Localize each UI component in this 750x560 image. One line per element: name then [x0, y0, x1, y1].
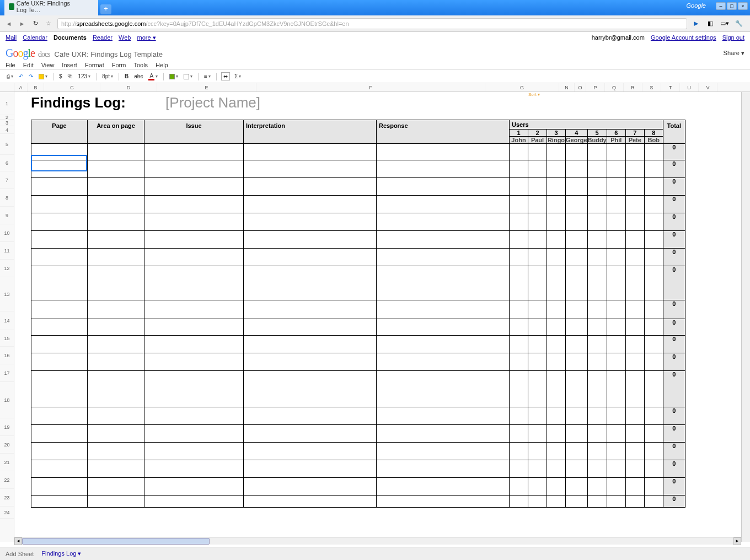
user-cell[interactable]	[528, 407, 547, 425]
cell[interactable]	[244, 231, 377, 249]
user-cell[interactable]	[644, 160, 663, 178]
user-cell[interactable]	[510, 249, 528, 266]
google-docs-logo[interactable]: Google docs	[6, 47, 50, 60]
user-cell[interactable]	[587, 231, 607, 249]
cell[interactable]	[31, 249, 88, 266]
user-cell[interactable]	[528, 249, 547, 266]
cell[interactable]	[377, 353, 510, 371]
cell[interactable]	[144, 478, 244, 496]
user-cell[interactable]	[547, 336, 566, 353]
user-cell[interactable]	[625, 319, 644, 336]
cell[interactable]	[244, 213, 377, 231]
user-cell[interactable]	[587, 196, 607, 213]
col-header-E[interactable]: E	[157, 83, 256, 91]
cell[interactable]	[88, 371, 144, 407]
user-cell[interactable]	[566, 196, 588, 213]
cell[interactable]	[377, 178, 510, 196]
new-tab-button[interactable]: +	[100, 4, 111, 14]
scroll-left-button[interactable]: ◄	[14, 537, 22, 545]
row-header-1[interactable]: 1	[0, 92, 14, 115]
user-cell[interactable]	[644, 407, 663, 425]
cell[interactable]	[31, 178, 88, 196]
number-format-button[interactable]: 123▾	[77, 73, 92, 80]
cell[interactable]	[144, 319, 244, 336]
user-cell[interactable]	[625, 371, 644, 407]
sign-out-link[interactable]: Sign out	[722, 34, 744, 41]
user-cell[interactable]	[510, 371, 528, 407]
border-button[interactable]: ▾	[183, 73, 194, 80]
cell[interactable]	[88, 460, 144, 478]
cell[interactable]	[144, 336, 244, 353]
user-cell[interactable]	[625, 160, 644, 178]
user-cell[interactable]	[510, 407, 528, 425]
redo-button[interactable]: ↷	[28, 73, 34, 80]
user-cell[interactable]	[547, 144, 566, 160]
row-header-5[interactable]: 5	[0, 134, 14, 155]
close-button[interactable]: ×	[738, 2, 748, 10]
user-cell[interactable]	[510, 319, 528, 336]
cell[interactable]	[88, 496, 144, 508]
cell[interactable]	[377, 478, 510, 496]
col-response[interactable]: Response	[377, 120, 510, 144]
menu-tools[interactable]: Tools	[133, 62, 148, 68]
cell[interactable]	[88, 443, 144, 460]
cell[interactable]	[88, 231, 144, 249]
text-color-button[interactable]: A▾	[147, 72, 159, 81]
user-col-2[interactable]: 2	[528, 130, 547, 137]
col-header-S[interactable]: S	[642, 83, 661, 91]
user-cell[interactable]	[547, 407, 566, 425]
cell[interactable]	[377, 249, 510, 266]
cell[interactable]	[144, 300, 244, 319]
user-cell[interactable]	[587, 178, 607, 196]
user-col-6[interactable]: 6	[607, 130, 625, 137]
cell[interactable]	[144, 160, 244, 178]
user-cell[interactable]	[528, 353, 547, 371]
user-cell[interactable]	[566, 160, 588, 178]
currency-button[interactable]: $	[58, 73, 63, 80]
user-cell[interactable]	[644, 231, 663, 249]
user-cell[interactable]	[625, 231, 644, 249]
col-interpretation[interactable]: Interpretation	[244, 120, 377, 144]
user-cell[interactable]	[625, 478, 644, 496]
cell[interactable]	[88, 425, 144, 443]
user-cell[interactable]	[547, 319, 566, 336]
user-cell[interactable]	[566, 249, 588, 266]
user-cell[interactable]	[566, 319, 588, 336]
user-cell[interactable]	[587, 160, 607, 178]
user-col-8[interactable]: 8	[644, 130, 663, 137]
user-cell[interactable]	[528, 478, 547, 496]
user-cell[interactable]	[607, 478, 625, 496]
cell[interactable]	[377, 407, 510, 425]
user-cell[interactable]	[528, 460, 547, 478]
col-header-N[interactable]: N	[559, 83, 575, 91]
cell[interactable]	[244, 425, 377, 443]
user-cell[interactable]	[566, 300, 588, 319]
user-cell[interactable]	[510, 496, 528, 508]
cell[interactable]	[377, 496, 510, 508]
user-cell[interactable]	[587, 353, 607, 371]
cell[interactable]	[31, 266, 88, 300]
merge-button[interactable]: ⬌	[221, 72, 230, 80]
strike-button[interactable]: abc	[133, 73, 144, 80]
cell[interactable]	[377, 425, 510, 443]
user-cell[interactable]	[587, 496, 607, 508]
user-cell[interactable]	[607, 319, 625, 336]
cell[interactable]	[31, 196, 88, 213]
user-cell[interactable]	[587, 407, 607, 425]
cell[interactable]	[244, 178, 377, 196]
gnav-mail[interactable]: Mail	[6, 34, 17, 41]
user-cell[interactable]	[547, 196, 566, 213]
cell[interactable]	[88, 478, 144, 496]
cell[interactable]	[244, 353, 377, 371]
user-cell[interactable]	[625, 407, 644, 425]
account-settings-link[interactable]: Google Account settings	[651, 34, 716, 41]
cell[interactable]	[31, 336, 88, 353]
cell[interactable]	[244, 160, 377, 178]
user-cell[interactable]	[528, 371, 547, 407]
user-cell[interactable]	[510, 300, 528, 319]
row-header-22[interactable]: 22	[0, 471, 14, 489]
user-cell[interactable]	[566, 213, 588, 231]
reload-button[interactable]: ↻	[31, 19, 40, 28]
row-header-17[interactable]: 17	[0, 364, 14, 382]
percent-button[interactable]: %	[67, 73, 74, 80]
